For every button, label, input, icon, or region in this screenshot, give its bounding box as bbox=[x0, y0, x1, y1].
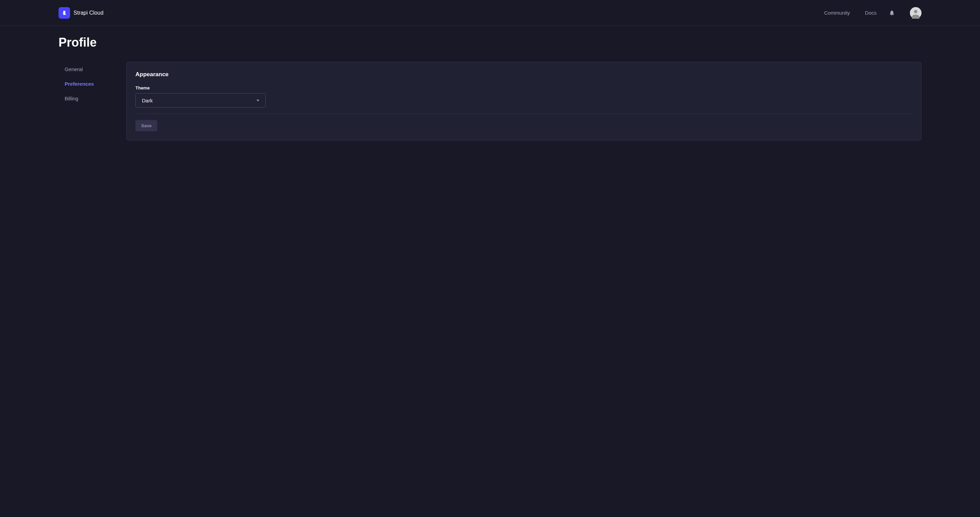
theme-select[interactable]: Dark bbox=[135, 93, 266, 108]
theme-select-wrapper: Dark bbox=[135, 93, 266, 108]
nav-community[interactable]: Community bbox=[824, 10, 850, 16]
sidebar: General Preferences Billing bbox=[59, 62, 126, 141]
logo[interactable] bbox=[59, 7, 70, 19]
divider bbox=[135, 114, 912, 114]
theme-label: Theme bbox=[135, 86, 912, 90]
section-title: Appearance bbox=[135, 71, 912, 78]
brand-name: Strapi Cloud bbox=[73, 10, 103, 16]
strapi-logo-icon bbox=[61, 10, 67, 16]
main-container: Profile General Preferences Billing Appe… bbox=[0, 26, 980, 150]
avatar-placeholder-icon bbox=[910, 7, 921, 19]
theme-select-value: Dark bbox=[142, 98, 153, 103]
notification-button[interactable] bbox=[889, 10, 895, 16]
sidebar-item-preferences[interactable]: Preferences bbox=[59, 76, 126, 91]
avatar[interactable] bbox=[910, 7, 921, 19]
header-left: Strapi Cloud bbox=[59, 7, 103, 19]
caret-down-icon bbox=[256, 100, 259, 101]
bell-icon bbox=[889, 10, 895, 16]
svg-point-1 bbox=[914, 10, 917, 13]
header: Strapi Cloud Community Docs bbox=[0, 0, 980, 26]
sidebar-item-general[interactable]: General bbox=[59, 62, 126, 76]
save-button[interactable]: Save bbox=[135, 120, 157, 131]
sidebar-item-billing[interactable]: Billing bbox=[59, 91, 126, 106]
main-panel: Appearance Theme Dark Save bbox=[126, 62, 921, 141]
nav-docs[interactable]: Docs bbox=[865, 10, 877, 16]
content-layout: General Preferences Billing Appearance T… bbox=[59, 62, 921, 141]
header-right: Community Docs bbox=[824, 7, 921, 19]
page-title: Profile bbox=[59, 35, 921, 50]
